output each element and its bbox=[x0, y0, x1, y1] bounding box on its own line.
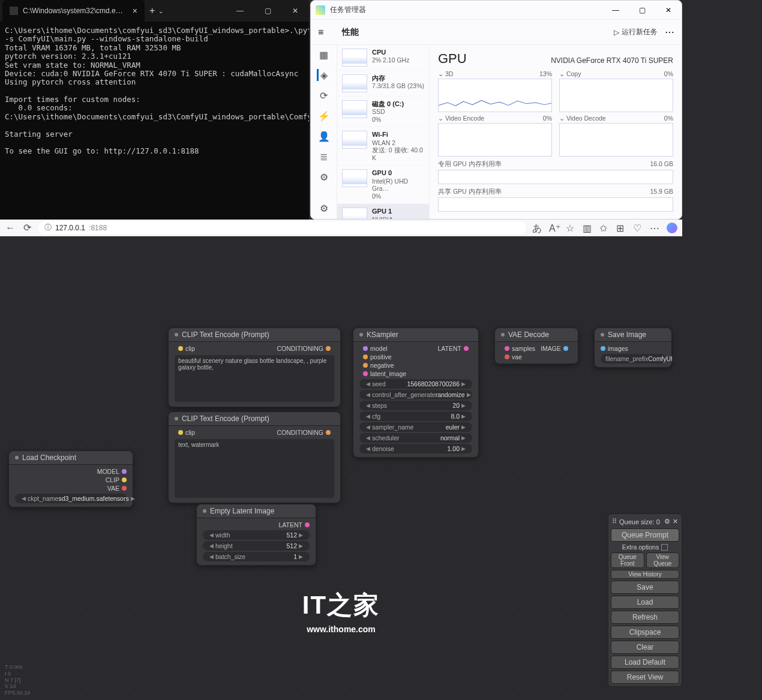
slot-latent-out[interactable]: LATENT bbox=[438, 345, 461, 352]
slot-clip-in[interactable]: clip bbox=[185, 345, 195, 352]
slot-vae[interactable]: VAE bbox=[107, 485, 119, 492]
read-aloud-icon[interactable]: A⁺ bbox=[549, 223, 560, 233]
more-icon[interactable]: ⋯ bbox=[665, 26, 674, 38]
node-ksampler[interactable]: KSampler model positive negative latent_… bbox=[353, 328, 479, 458]
node-clip-encode-negative[interactable]: CLIP Text Encode (Prompt) clip CONDITION… bbox=[168, 411, 341, 503]
node-empty-latent[interactable]: Empty Latent Image LATENT ◀width512▶ ◀he… bbox=[196, 504, 316, 566]
gear-icon[interactable]: ⚙ bbox=[664, 518, 670, 525]
slot-samples-in[interactable]: samples bbox=[512, 345, 535, 352]
widget-seed[interactable]: ◀seed156680208700286▶ bbox=[359, 379, 472, 389]
clear-button[interactable]: Clear bbox=[611, 641, 679, 654]
widget-height[interactable]: ◀height512▶ bbox=[203, 541, 310, 551]
tab-dropdown-icon[interactable]: ⌄ bbox=[158, 8, 163, 14]
perf-item-memory[interactable]: 内存7.3/31.8 GB (23%) bbox=[337, 71, 429, 97]
widget-steps[interactable]: ◀steps20▶ bbox=[359, 401, 472, 410]
perf-item-wifi[interactable]: Wi-FiWLAN 2 发送: 0 接收: 40.0 K bbox=[337, 127, 429, 166]
terminal-output[interactable]: C:\Users\ithome\Documents\comfyui_sd3\Co… bbox=[0, 22, 309, 220]
collections-icon[interactable]: ▥ bbox=[583, 223, 593, 233]
widget-width[interactable]: ◀width512▶ bbox=[203, 530, 310, 540]
sidebar-performance-icon[interactable]: ◈ bbox=[317, 69, 329, 81]
slot-vae-in[interactable]: vae bbox=[512, 353, 522, 360]
extensions-icon[interactable]: ⊞ bbox=[616, 223, 627, 233]
load-default-button[interactable]: Load Default bbox=[611, 656, 679, 669]
run-new-task-button[interactable]: ▷ 运行新任务 bbox=[614, 27, 658, 37]
minimize-button[interactable]: — bbox=[602, 1, 629, 20]
perf-item-gpu0[interactable]: GPU 0Intel(R) UHD Gra… 0% bbox=[337, 166, 429, 204]
sidebar-processes-icon[interactable]: ▦ bbox=[318, 49, 330, 61]
sidebar-history-icon[interactable]: ⟳ bbox=[318, 89, 330, 101]
perf-item-cpu[interactable]: CPU2% 2.10 GHz bbox=[337, 45, 429, 71]
slot-latent-in[interactable]: latent_image bbox=[370, 370, 406, 377]
node-save-image[interactable]: Save Image images filename_prefixComfyUI bbox=[594, 328, 672, 368]
close-icon[interactable]: × bbox=[133, 6, 137, 16]
slot-images-in[interactable]: images bbox=[608, 345, 628, 352]
perf-item-gpu1[interactable]: GPU 1NVIDIA GeForce… 13% (47 °C) bbox=[337, 204, 429, 219]
more-icon[interactable]: ⋯ bbox=[650, 223, 661, 233]
widget-ckpt-name[interactable]: ◀ckpt_namesd3_medium.safetensors▶ bbox=[15, 494, 127, 503]
node-vae-decode[interactable]: VAE Decode samples vae IMAGE bbox=[494, 328, 578, 364]
chart-3d[interactable]: ⌄ 3D13% bbox=[438, 70, 552, 112]
node-clip-encode-positive[interactable]: CLIP Text Encode (Prompt) clip CONDITION… bbox=[168, 328, 341, 407]
translate-icon[interactable]: あ bbox=[532, 223, 543, 233]
widget-denoise[interactable]: ◀denoise1.00▶ bbox=[359, 444, 472, 453]
sidebar-settings-icon[interactable]: ⚙ bbox=[318, 202, 330, 214]
extra-options-checkbox[interactable]: Extra options bbox=[611, 543, 679, 551]
favorite-icon[interactable]: ☆ bbox=[566, 223, 577, 233]
heart-icon[interactable]: ♡ bbox=[633, 223, 644, 233]
terminal-tab[interactable]: C:\Windows\system32\cmd.e… × bbox=[2, 0, 145, 22]
url-bar[interactable]: ⓘ 127.0.0.1:8188 bbox=[38, 221, 526, 235]
widget-batch-size[interactable]: ◀batch_size1▶ bbox=[203, 552, 310, 561]
slot-model-in[interactable]: model bbox=[370, 345, 388, 352]
sidebar-users-icon[interactable]: 👤 bbox=[318, 130, 330, 142]
taskmgr-tab-name: 性能 bbox=[342, 27, 359, 38]
widget-filename-prefix[interactable]: filename_prefixComfyUI bbox=[601, 354, 665, 363]
sidebar-startup-icon[interactable]: ⚡ bbox=[318, 110, 330, 122]
load-button[interactable]: Load bbox=[611, 596, 679, 609]
addfav-icon[interactable]: ✩ bbox=[599, 223, 610, 233]
maximize-button[interactable]: ▢ bbox=[629, 1, 655, 20]
widget-scheduler[interactable]: ◀schedulernormal▶ bbox=[359, 433, 472, 443]
chart-venc[interactable]: ⌄ Video Encode0% bbox=[438, 115, 552, 157]
chart-copy[interactable]: ⌄ Copy0% bbox=[559, 70, 673, 112]
clipspace-button[interactable]: Clipspace bbox=[611, 626, 679, 639]
slot-clip-in[interactable]: clip bbox=[185, 429, 195, 436]
back-icon[interactable]: ← bbox=[5, 223, 16, 233]
sidebar-details-icon[interactable]: ≣ bbox=[318, 151, 330, 163]
prompt-textarea[interactable]: beautiful scenery nature glass bottle la… bbox=[175, 355, 334, 402]
widget-control-after-generate[interactable]: ◀control_after_generaterandomize▶ bbox=[359, 390, 472, 399]
comfyui-canvas[interactable]: Load Checkpoint MODEL CLIP VAE ◀ckpt_nam… bbox=[0, 236, 682, 700]
widget-cfg[interactable]: ◀cfg8.0▶ bbox=[359, 411, 472, 421]
maximize-button[interactable]: ▢ bbox=[254, 0, 281, 22]
chart-vdec[interactable]: ⌄ Video Decode0% bbox=[559, 115, 673, 157]
slot-negative-in[interactable]: negative bbox=[370, 362, 394, 369]
perf-item-disk[interactable]: 磁盘 0 (C:)SSD 0% bbox=[337, 97, 429, 127]
queue-front-button[interactable]: Queue Front bbox=[611, 552, 644, 568]
slot-conditioning-out[interactable]: CONDITIONING bbox=[277, 429, 323, 436]
close-button[interactable]: ✕ bbox=[281, 0, 309, 22]
refresh-button[interactable]: Refresh bbox=[611, 611, 679, 624]
slot-conditioning-out[interactable]: CONDITIONING bbox=[277, 345, 323, 352]
close-icon[interactable]: ✕ bbox=[673, 518, 678, 525]
close-button[interactable]: ✕ bbox=[655, 1, 682, 20]
slot-model[interactable]: MODEL bbox=[97, 468, 119, 475]
queue-prompt-button[interactable]: Queue Prompt bbox=[611, 528, 679, 542]
reset-view-button[interactable]: Reset View bbox=[611, 671, 679, 684]
new-tab-button[interactable]: + bbox=[149, 5, 155, 16]
node-load-checkpoint[interactable]: Load Checkpoint MODEL CLIP VAE ◀ckpt_nam… bbox=[8, 450, 133, 507]
copilot-icon[interactable] bbox=[667, 223, 677, 233]
drag-handle-icon[interactable]: ⠿ bbox=[612, 518, 617, 525]
hamburger-icon[interactable]: ≡ bbox=[318, 27, 332, 38]
slot-latent-out[interactable]: LATENT bbox=[279, 521, 302, 528]
refresh-icon[interactable]: ⟳ bbox=[22, 223, 32, 233]
prompt-textarea[interactable]: text, watermark bbox=[175, 439, 334, 498]
queue-panel[interactable]: ⠿Queue size: 0⚙✕ Queue Prompt Extra opti… bbox=[608, 513, 682, 687]
sidebar-services-icon[interactable]: ⚙ bbox=[318, 171, 330, 183]
widget-sampler-name[interactable]: ◀sampler_nameeuler▶ bbox=[359, 422, 472, 432]
minimize-button[interactable]: — bbox=[226, 0, 254, 22]
slot-image-out[interactable]: IMAGE bbox=[541, 345, 561, 352]
slot-clip[interactable]: CLIP bbox=[106, 476, 119, 483]
save-button[interactable]: Save bbox=[611, 581, 679, 594]
view-history-button[interactable]: View History bbox=[611, 570, 679, 579]
slot-positive-in[interactable]: positive bbox=[370, 353, 392, 360]
view-queue-button[interactable]: View Queue bbox=[646, 552, 680, 568]
